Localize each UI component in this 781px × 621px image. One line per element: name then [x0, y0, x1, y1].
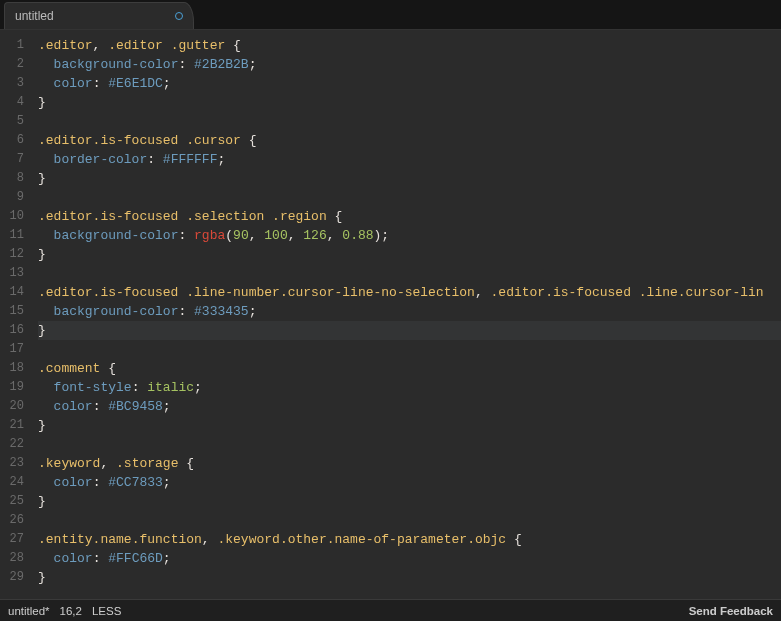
line-number: 28	[0, 549, 24, 568]
code-line[interactable]	[38, 188, 781, 207]
line-number: 1	[0, 36, 24, 55]
line-number: 6	[0, 131, 24, 150]
line-number: 14	[0, 283, 24, 302]
code-line[interactable]	[38, 112, 781, 131]
code-line[interactable]: background-color: #2B2B2B;	[38, 55, 781, 74]
modified-indicator-icon	[175, 12, 183, 20]
line-number: 11	[0, 226, 24, 245]
code-line[interactable]: .keyword, .storage {	[38, 454, 781, 473]
code-line[interactable]: color: #FFC66D;	[38, 549, 781, 568]
line-number: 20	[0, 397, 24, 416]
line-number: 27	[0, 530, 24, 549]
code-line[interactable]: }	[38, 416, 781, 435]
line-number: 25	[0, 492, 24, 511]
line-number: 26	[0, 511, 24, 530]
line-number: 21	[0, 416, 24, 435]
line-number: 10	[0, 207, 24, 226]
line-number-gutter: 1234567891011121314151617181920212223242…	[0, 30, 30, 599]
line-number: 22	[0, 435, 24, 454]
code-line[interactable]: color: #BC9458;	[38, 397, 781, 416]
code-line[interactable]: color: #CC7833;	[38, 473, 781, 492]
code-line[interactable]	[38, 264, 781, 283]
line-number: 23	[0, 454, 24, 473]
line-number: 4	[0, 93, 24, 112]
code-line[interactable]	[38, 340, 781, 359]
line-number: 24	[0, 473, 24, 492]
code-line[interactable]: }	[38, 568, 781, 587]
tab-title: untitled	[15, 9, 175, 23]
line-number: 3	[0, 74, 24, 93]
line-number: 9	[0, 188, 24, 207]
code-line[interactable]: color: #E6E1DC;	[38, 74, 781, 93]
code-line[interactable]: font-style: italic;	[38, 378, 781, 397]
line-number: 16	[0, 321, 24, 340]
line-number: 8	[0, 169, 24, 188]
code-line[interactable]: }	[38, 169, 781, 188]
code-line[interactable]: background-color: rgba(90, 100, 126, 0.8…	[38, 226, 781, 245]
status-cursor-position[interactable]: 16,2	[60, 605, 82, 617]
code-line[interactable]	[38, 435, 781, 454]
code-line[interactable]: .comment {	[38, 359, 781, 378]
line-number: 7	[0, 150, 24, 169]
code-line[interactable]: border-color: #FFFFFF;	[38, 150, 781, 169]
line-number: 18	[0, 359, 24, 378]
line-number: 17	[0, 340, 24, 359]
code-line[interactable]: }	[38, 492, 781, 511]
code-line[interactable]: .editor.is-focused .line-number.cursor-l…	[38, 283, 781, 302]
tab-bar: untitled	[0, 0, 781, 30]
code-line[interactable]: .editor.is-focused .selection .region {	[38, 207, 781, 226]
line-number: 29	[0, 568, 24, 587]
file-tab[interactable]: untitled	[4, 2, 194, 29]
line-number: 12	[0, 245, 24, 264]
code-line[interactable]	[38, 511, 781, 530]
line-number: 19	[0, 378, 24, 397]
code-area[interactable]: .editor, .editor .gutter { background-co…	[30, 30, 781, 599]
status-filename[interactable]: untitled*	[8, 605, 50, 617]
code-line[interactable]: background-color: #333435;	[38, 302, 781, 321]
code-line[interactable]: .editor, .editor .gutter {	[38, 36, 781, 55]
line-number: 2	[0, 55, 24, 74]
line-number: 5	[0, 112, 24, 131]
code-line[interactable]: }	[38, 93, 781, 112]
send-feedback-link[interactable]: Send Feedback	[689, 605, 773, 617]
editor[interactable]: 1234567891011121314151617181920212223242…	[0, 30, 781, 599]
code-line[interactable]: .entity.name.function, .keyword.other.na…	[38, 530, 781, 549]
code-line[interactable]: }	[38, 321, 781, 340]
line-number: 15	[0, 302, 24, 321]
code-line[interactable]: .editor.is-focused .cursor {	[38, 131, 781, 150]
status-bar: untitled* 16,2 LESS Send Feedback	[0, 599, 781, 621]
status-grammar[interactable]: LESS	[92, 605, 121, 617]
line-number: 13	[0, 264, 24, 283]
code-line[interactable]: }	[38, 245, 781, 264]
